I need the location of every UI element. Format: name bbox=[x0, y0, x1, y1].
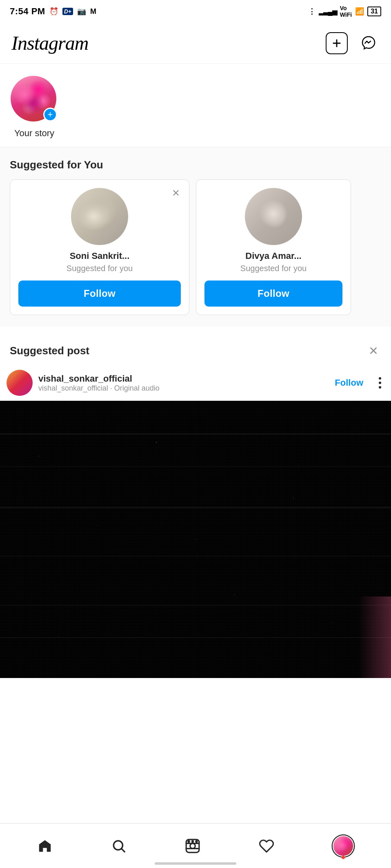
glitch-bar-6 bbox=[0, 637, 391, 638]
signal-icon: ▂▃▄▅ bbox=[319, 8, 336, 15]
post-more-options-button[interactable] bbox=[375, 375, 384, 390]
suggested-post-section: Suggested post vishal_sonkar_official vi… bbox=[0, 333, 391, 678]
svg-point-9 bbox=[190, 843, 196, 848]
close-card-1-button[interactable] bbox=[169, 186, 183, 200]
card-2-subtitle: Suggested for you bbox=[240, 264, 307, 273]
post-author-bar: vishal_sonkar_official vishal_sonkar_off… bbox=[0, 365, 391, 401]
messenger-icon bbox=[360, 35, 377, 51]
post-image-scatter-overlay bbox=[0, 401, 391, 678]
close-post-icon bbox=[368, 345, 379, 356]
svg-line-7 bbox=[122, 849, 124, 852]
card-1-subtitle: Suggested for you bbox=[67, 264, 133, 273]
battery-icon: 31 bbox=[367, 7, 381, 16]
close-suggested-post-button[interactable] bbox=[366, 343, 381, 358]
header-actions bbox=[326, 32, 380, 54]
glitch-bar-4 bbox=[0, 556, 391, 557]
glitch-bar-1 bbox=[0, 433, 391, 435]
post-follow-button[interactable]: Follow bbox=[328, 374, 370, 391]
svg-point-10 bbox=[188, 841, 189, 842]
nav-activity-button[interactable] bbox=[251, 834, 282, 858]
home-icon bbox=[37, 838, 53, 854]
more-dot-3 bbox=[379, 386, 381, 389]
card-1-username: Soni Sankrit... bbox=[70, 251, 130, 261]
suggested-card-1: Soni Sankrit... Suggested for you Follow bbox=[10, 179, 189, 315]
post-author-avatar[interactable] bbox=[7, 370, 33, 396]
add-story-button[interactable]: + bbox=[43, 108, 57, 121]
plus-icon-small: + bbox=[48, 110, 53, 119]
more-dot-2 bbox=[379, 382, 381, 384]
instagram-icon: 📷 bbox=[77, 7, 86, 16]
vo-wifi-label: VoWiFi bbox=[340, 5, 352, 18]
reels-icon bbox=[185, 838, 200, 854]
search-icon bbox=[111, 838, 127, 854]
card-2-username: Divya Amar... bbox=[245, 251, 301, 261]
heart-icon bbox=[259, 838, 274, 854]
nav-profile-button[interactable] bbox=[324, 831, 362, 861]
alarm-icon: ⏰ bbox=[49, 7, 58, 16]
suggested-cards-wrapper: Soni Sankrit... Suggested for you Follow… bbox=[0, 179, 391, 315]
status-bar: 7:54 PM ⏰ D+ 📷 M ⋮ ▂▃▄▅ VoWiFi 📶 31 bbox=[0, 0, 391, 23]
wifi-icon: 📶 bbox=[355, 7, 364, 16]
svg-point-12 bbox=[196, 841, 197, 842]
stories-section: + Your story bbox=[0, 64, 391, 147]
follow-card-2-button[interactable]: Follow bbox=[204, 280, 342, 307]
suggested-section-title: Suggested for You bbox=[0, 159, 391, 179]
nav-search-button[interactable] bbox=[103, 834, 135, 858]
profile-notification-dot bbox=[342, 856, 345, 859]
suggested-post-title: Suggested post bbox=[10, 345, 89, 357]
card-1-avatar bbox=[71, 188, 128, 245]
add-post-button[interactable] bbox=[326, 32, 348, 54]
maps-icon: M bbox=[90, 7, 96, 16]
suggested-card-2: Divya Amar... Suggested for you Follow bbox=[196, 179, 351, 315]
bluetooth-icon: ⋮ bbox=[308, 7, 315, 16]
nav-reels-button[interactable] bbox=[177, 834, 209, 858]
app-header: Instagram bbox=[0, 23, 391, 64]
your-story-item[interactable]: + Your story bbox=[10, 75, 59, 139]
profile-avatar-image bbox=[333, 836, 353, 856]
status-time: 7:54 PM bbox=[10, 6, 45, 17]
disney-icon: D+ bbox=[62, 8, 73, 15]
instagram-logo: Instagram bbox=[11, 32, 88, 54]
bottom-navigation bbox=[0, 823, 391, 868]
suggested-for-you-section: Suggested for You Soni Sankrit... Sugges… bbox=[0, 147, 391, 327]
svg-point-11 bbox=[192, 841, 193, 842]
post-author-info: vishal_sonkar_official vishal_sonkar_off… bbox=[38, 373, 322, 393]
follow-card-1-button[interactable]: Follow bbox=[18, 280, 181, 307]
post-author-name: vishal_sonkar_official bbox=[38, 373, 322, 384]
post-container: vishal_sonkar_official vishal_sonkar_off… bbox=[0, 365, 391, 678]
more-dot-1 bbox=[379, 377, 381, 380]
post-image[interactable] bbox=[0, 401, 391, 678]
story-avatar-wrapper: + bbox=[10, 75, 59, 124]
glitch-bar-2 bbox=[0, 466, 391, 467]
glitch-bar-5 bbox=[0, 605, 391, 606]
card-2-avatar bbox=[245, 188, 302, 245]
post-audio-info: vishal_sonkar_official · Original audio bbox=[38, 384, 322, 393]
nav-home-button[interactable] bbox=[29, 834, 61, 858]
suggested-post-header: Suggested post bbox=[0, 333, 391, 365]
bottom-nav-spacer bbox=[0, 678, 391, 727]
card-1-avatar-image bbox=[71, 188, 128, 245]
profile-avatar bbox=[333, 835, 354, 857]
your-story-label: Your story bbox=[14, 128, 54, 139]
messenger-button[interactable] bbox=[358, 32, 380, 54]
card-2-avatar-image bbox=[245, 188, 302, 245]
home-indicator bbox=[155, 862, 236, 865]
plus-icon bbox=[331, 38, 342, 49]
close-icon bbox=[171, 188, 180, 197]
glitch-bar-3 bbox=[0, 507, 391, 508]
